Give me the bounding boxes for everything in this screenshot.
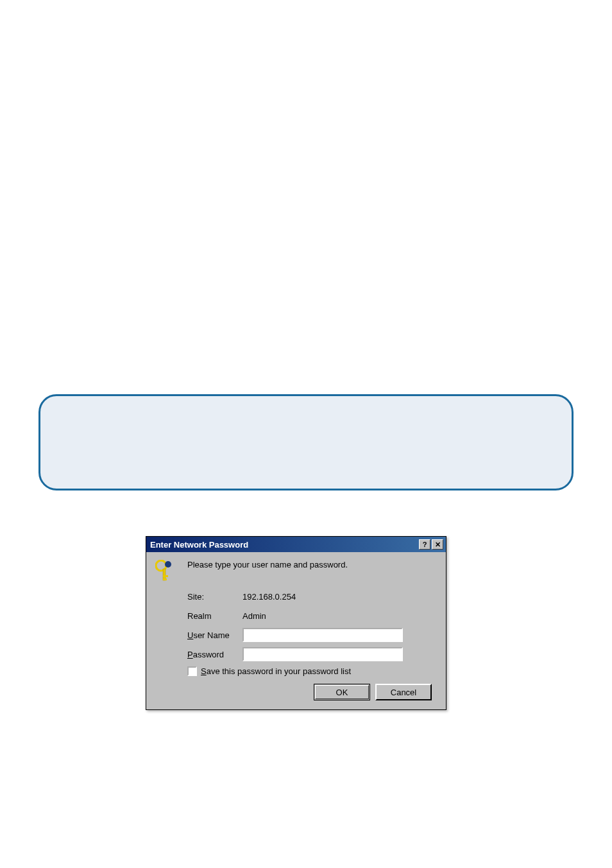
help-icon: ? — [423, 541, 427, 548]
titlebar-title: Enter Network Password — [149, 540, 419, 550]
close-button[interactable]: ✕ — [432, 539, 443, 550]
site-row: Site: 192.168.0.254 — [187, 589, 437, 603]
username-row: User Name — [187, 628, 437, 642]
save-password-label: Save this password in your password list — [201, 666, 351, 676]
ok-button-label: OK — [336, 688, 348, 697]
realm-row: Realm Admin — [187, 609, 437, 623]
dialog-body: Please type your user name and password.… — [146, 552, 446, 709]
svg-rect-4 — [163, 578, 167, 580]
username-label: User Name — [187, 630, 242, 640]
realm-label: Realm — [187, 611, 242, 621]
site-label: Site: — [187, 592, 242, 602]
username-input[interactable] — [242, 628, 403, 642]
save-password-checkbox[interactable] — [187, 666, 197, 676]
site-value: 192.168.0.254 — [242, 592, 296, 602]
network-password-dialog: Enter Network Password ? ✕ Please type y… — [146, 536, 446, 710]
cancel-button[interactable]: Cancel — [375, 684, 432, 700]
titlebar-buttons: ? ✕ — [419, 539, 443, 550]
realm-value: Admin — [242, 611, 266, 621]
svg-rect-3 — [163, 575, 168, 577]
svg-point-1 — [165, 561, 171, 568]
ok-button[interactable]: OK — [314, 684, 370, 700]
save-password-row: Save this password in your password list — [187, 666, 437, 676]
key-icon — [155, 560, 178, 583]
password-input[interactable] — [242, 647, 403, 661]
cancel-button-label: Cancel — [391, 688, 416, 697]
prompt-row: Please type your user name and password. — [155, 560, 437, 583]
close-icon: ✕ — [435, 541, 441, 549]
prompt-text: Please type your user name and password. — [187, 560, 348, 569]
password-label: Password — [187, 650, 242, 659]
note-box — [38, 394, 574, 490]
password-row: Password — [187, 647, 437, 661]
help-button[interactable]: ? — [419, 539, 430, 550]
form-area: Site: 192.168.0.254 Realm Admin User Nam… — [187, 589, 437, 661]
button-row: OK Cancel — [155, 684, 437, 700]
titlebar[interactable]: Enter Network Password ? ✕ — [146, 537, 446, 552]
